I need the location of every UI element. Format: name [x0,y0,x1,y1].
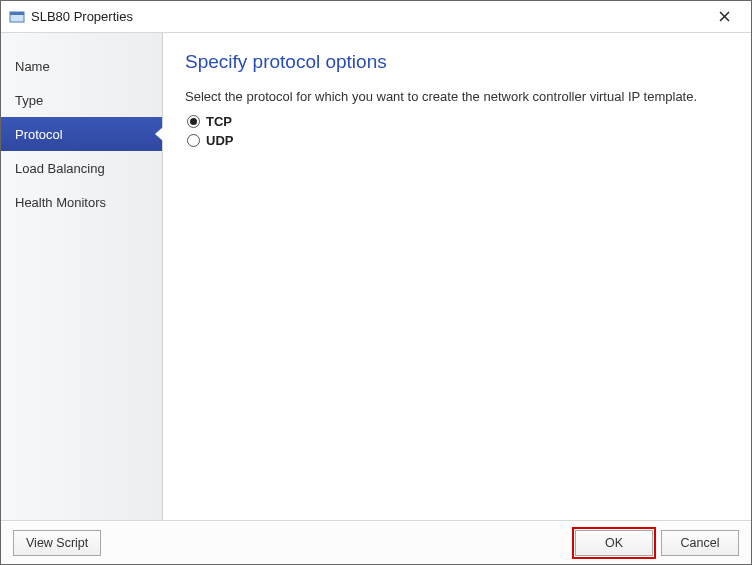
radio-label: UDP [206,133,233,148]
close-icon[interactable] [703,2,745,32]
radio-icon [187,134,200,147]
instruction-text: Select the protocol for which you want t… [185,89,727,104]
button-label: OK [605,536,623,550]
sidebar-item-type[interactable]: Type [1,83,162,117]
sidebar-item-name[interactable]: Name [1,49,162,83]
dialog-footer: View Script OK Cancel [1,520,751,564]
app-icon [9,9,25,25]
svg-rect-1 [10,12,24,15]
sidebar: Name Type Protocol Load Balancing Health… [1,33,163,520]
sidebar-item-protocol[interactable]: Protocol [1,117,162,151]
sidebar-item-label: Load Balancing [15,161,105,176]
sidebar-item-label: Type [15,93,43,108]
dialog-window: SLB80 Properties Name Type Protocol Load… [0,0,752,565]
cancel-button[interactable]: Cancel [661,530,739,556]
sidebar-item-label: Health Monitors [15,195,106,210]
sidebar-item-health-monitors[interactable]: Health Monitors [1,185,162,219]
ok-button[interactable]: OK [575,530,653,556]
titlebar: SLB80 Properties [1,1,751,33]
protocol-option-tcp[interactable]: TCP [185,114,727,129]
radio-icon [187,115,200,128]
sidebar-item-label: Protocol [15,127,63,142]
window-title: SLB80 Properties [31,9,133,24]
dialog-body: Name Type Protocol Load Balancing Health… [1,33,751,520]
button-label: View Script [26,536,88,550]
sidebar-item-load-balancing[interactable]: Load Balancing [1,151,162,185]
content-pane: Specify protocol options Select the prot… [163,33,751,520]
button-label: Cancel [681,536,720,550]
radio-label: TCP [206,114,232,129]
page-heading: Specify protocol options [185,51,727,73]
protocol-option-udp[interactable]: UDP [185,133,727,148]
sidebar-item-label: Name [15,59,50,74]
view-script-button[interactable]: View Script [13,530,101,556]
